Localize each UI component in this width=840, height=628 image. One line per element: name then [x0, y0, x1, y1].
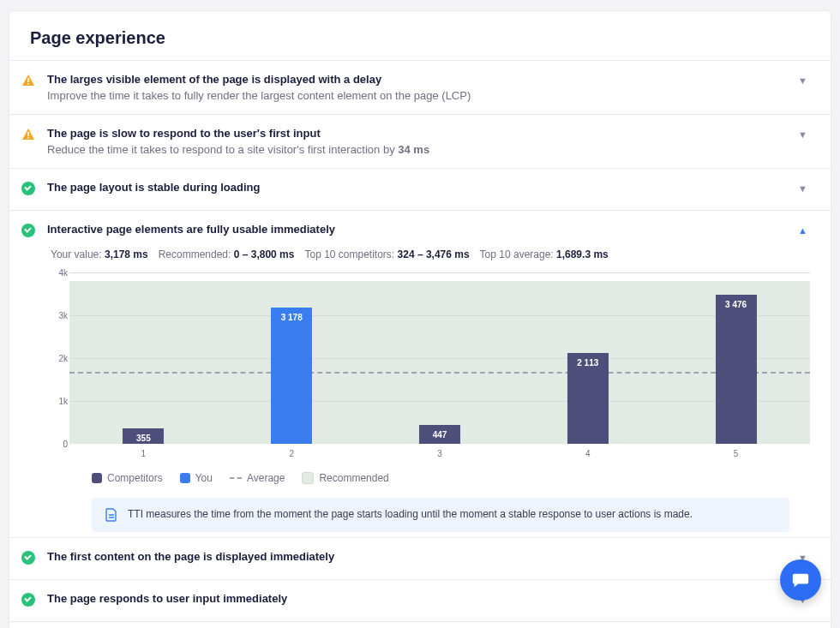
- svg-rect-0: [27, 78, 29, 82]
- bar-value-label: 3 476: [725, 300, 747, 309]
- x-tick-label: 2: [218, 449, 366, 458]
- info-note-text: TTI measures the time from the moment th…: [128, 508, 693, 520]
- check-icon: [21, 593, 37, 609]
- issue-row[interactable]: The page layout is stable during loading…: [9, 168, 831, 210]
- legend-average: Average: [230, 472, 285, 484]
- issue-title: The larges visible element of the page i…: [47, 73, 788, 86]
- bar-column: 447: [366, 272, 514, 444]
- bar-you: 3 178: [271, 308, 312, 444]
- chart-area: 01k2k3k4k 3553 1784472 1133 476 12345 Co…: [9, 269, 831, 532]
- y-tick-label: 2k: [58, 354, 68, 363]
- issue-row[interactable]: The server responds quickly▼: [9, 621, 831, 628]
- chevron-down-icon: ▼: [798, 73, 810, 86]
- legend-competitors: Competitors: [92, 472, 163, 484]
- x-tick-label: 4: [513, 449, 662, 458]
- bar-value-label: 355: [136, 434, 151, 443]
- legend-you: You: [180, 472, 213, 484]
- issue-title: The page layout is stable during loading: [47, 181, 788, 194]
- info-note: TTI measures the time from the moment th…: [92, 498, 789, 532]
- chat-button[interactable]: [780, 559, 821, 601]
- bar-value-label: 3 178: [281, 313, 303, 322]
- check-icon: [21, 551, 37, 567]
- warning-icon: [21, 128, 37, 144]
- issue-row[interactable]: The larges visible element of the page i…: [9, 60, 831, 114]
- x-tick-label: 3: [366, 449, 514, 458]
- check-icon: [21, 182, 37, 198]
- issue-row-expanded[interactable]: Interactive page elements are fully usab…: [9, 210, 831, 252]
- bar-competitor: 355: [123, 428, 164, 444]
- y-tick-label: 0: [63, 440, 68, 449]
- bar-column: 2 113: [513, 272, 662, 444]
- issue-title: The page is slow to respond to the user'…: [47, 127, 788, 140]
- x-axis-labels: 12345: [69, 449, 810, 458]
- issue-title: The page responds to user input immediat…: [47, 592, 788, 605]
- bar-column: 3 476: [662, 272, 810, 444]
- bar-competitor: 3 476: [716, 295, 757, 444]
- bar-competitor: 447: [419, 425, 460, 444]
- issue-row[interactable]: The page responds to user input immediat…: [9, 579, 831, 621]
- chevron-down-icon: ▼: [798, 127, 810, 140]
- y-tick-label: 3k: [58, 311, 68, 320]
- svg-rect-2: [27, 132, 29, 136]
- page-title: Page experience: [9, 11, 831, 60]
- chat-icon: [791, 571, 810, 589]
- y-tick-label: 4k: [58, 268, 68, 278]
- issue-title: Interactive page elements are fully usab…: [47, 223, 788, 236]
- y-axis-labels: 01k2k3k4k: [47, 272, 68, 444]
- bar-column: 355: [69, 272, 218, 444]
- issue-row[interactable]: The page is slow to respond to the user'…: [9, 114, 831, 168]
- x-tick-label: 5: [662, 449, 810, 458]
- issue-subtitle: Improve the time it takes to fully rende…: [47, 89, 788, 102]
- bar-value-label: 2 113: [577, 358, 598, 368]
- svg-rect-3: [27, 137, 29, 139]
- bar-value-label: 447: [433, 430, 447, 440]
- y-tick-label: 1k: [58, 397, 68, 406]
- x-tick-label: 1: [69, 449, 218, 458]
- bar-competitor: 2 113: [567, 353, 609, 444]
- issue-row[interactable]: The first content on the page is display…: [9, 537, 831, 579]
- chevron-up-icon: ▲: [798, 223, 810, 236]
- bars-container: 3553 1784472 1133 476: [69, 272, 810, 444]
- issue-subtitle: Reduce the time it takes to respond to a…: [47, 143, 788, 156]
- svg-rect-1: [27, 83, 29, 85]
- chart-legend: Competitors You Average Recommended: [92, 472, 810, 484]
- legend-recommended: Recommended: [302, 472, 388, 484]
- chevron-down-icon: ▼: [798, 181, 810, 194]
- issue-title: The first content on the page is display…: [47, 550, 788, 563]
- check-icon: [21, 224, 37, 240]
- warning-icon: [21, 74, 37, 90]
- page-experience-card: Page experience The larges visible eleme…: [9, 10, 831, 628]
- document-icon: [105, 508, 117, 522]
- bar-column: 3 178: [218, 272, 366, 444]
